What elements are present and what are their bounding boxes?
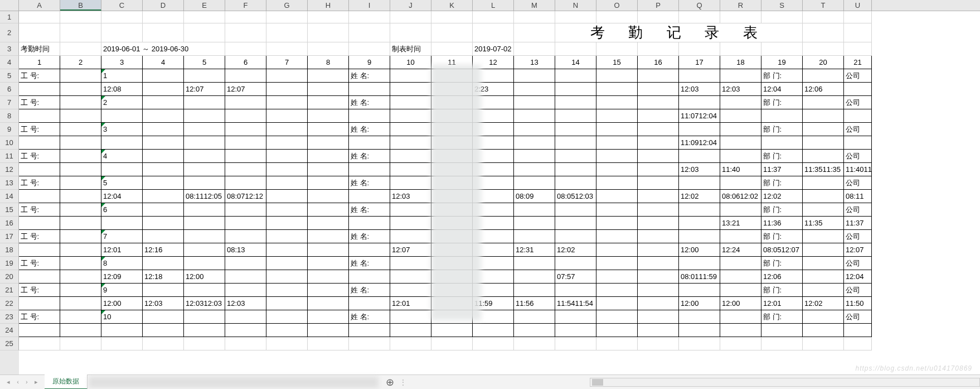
cell[interactable]: [679, 230, 720, 243]
cell[interactable]: [349, 23, 390, 42]
cell[interactable]: [184, 176, 225, 190]
cell[interactable]: [184, 230, 225, 243]
cell[interactable]: [555, 109, 596, 123]
cell[interactable]: [720, 11, 761, 23]
cell[interactable]: [266, 324, 308, 337]
cell[interactable]: [679, 217, 720, 230]
time-cell[interactable]: 12:02: [679, 190, 720, 203]
time-cell[interactable]: 11:3511:35: [803, 163, 844, 176]
time-cell[interactable]: 12:04: [761, 83, 803, 96]
time-cell[interactable]: 12:08: [101, 83, 143, 96]
cell[interactable]: [349, 324, 390, 337]
time-cell[interactable]: 12:02: [803, 297, 844, 310]
cell[interactable]: [225, 257, 266, 270]
cell[interactable]: [555, 11, 596, 23]
cell[interactable]: [390, 257, 431, 270]
cell[interactable]: [720, 310, 761, 324]
cell[interactable]: [596, 69, 638, 83]
day-header-12[interactable]: 12: [473, 56, 514, 69]
cell[interactable]: [143, 257, 184, 270]
cell[interactable]: [514, 230, 555, 243]
emp-no-value[interactable]: 5: [101, 176, 143, 190]
column-header-O[interactable]: O: [596, 0, 638, 11]
cell[interactable]: [679, 42, 720, 56]
time-cell[interactable]: 12:07: [390, 243, 431, 257]
cell[interactable]: [19, 217, 60, 230]
time-cell[interactable]: 12:03: [143, 297, 184, 310]
cell[interactable]: [803, 123, 844, 136]
cell[interactable]: [60, 83, 101, 96]
time-cell[interactable]: 12:00: [101, 297, 143, 310]
cell[interactable]: [638, 69, 679, 83]
column-header-E[interactable]: E: [184, 0, 225, 11]
cell[interactable]: [803, 190, 844, 203]
dept-label[interactable]: 部 门:: [761, 176, 803, 190]
scrollbar-thumb[interactable]: [592, 379, 603, 386]
company-value[interactable]: 公司: [844, 123, 872, 136]
cell[interactable]: [143, 96, 184, 109]
day-header-15[interactable]: 15: [596, 56, 638, 69]
column-header-T[interactable]: T: [803, 0, 844, 11]
cell[interactable]: [431, 217, 473, 230]
cell[interactable]: [514, 123, 555, 136]
cell[interactable]: [60, 230, 101, 243]
cell[interactable]: [225, 96, 266, 109]
tab-split-handle[interactable]: ⋮: [400, 378, 407, 386]
time-cell[interactable]: 11:56: [514, 297, 555, 310]
cell[interactable]: [844, 11, 872, 23]
cell[interactable]: [143, 217, 184, 230]
cell[interactable]: [308, 163, 349, 176]
cell[interactable]: [431, 310, 473, 324]
cell[interactable]: [143, 310, 184, 324]
time-cell[interactable]: 08:11: [844, 190, 872, 203]
cell[interactable]: [473, 96, 514, 109]
emp-no-label[interactable]: 工 号:: [19, 96, 60, 109]
cell[interactable]: [638, 109, 679, 123]
time-cell[interactable]: 12:24: [720, 243, 761, 257]
time-cell[interactable]: 12:09: [101, 270, 143, 284]
cell[interactable]: [431, 190, 473, 203]
cell[interactable]: [431, 150, 473, 163]
cell[interactable]: [638, 230, 679, 243]
cell[interactable]: [349, 109, 390, 123]
cell[interactable]: [555, 324, 596, 337]
row-header-11[interactable]: 11: [0, 150, 19, 163]
cell[interactable]: [225, 217, 266, 230]
cell[interactable]: [638, 203, 679, 217]
cell[interactable]: [143, 203, 184, 217]
cell[interactable]: [803, 11, 844, 23]
cell[interactable]: [225, 324, 266, 337]
cell[interactable]: [349, 42, 390, 56]
cell[interactable]: [473, 310, 514, 324]
cell[interactable]: [184, 109, 225, 123]
time-cell[interactable]: 12:06: [761, 270, 803, 284]
name-label[interactable]: 姓 名:: [349, 230, 390, 243]
day-header-6[interactable]: 6: [225, 56, 266, 69]
cell[interactable]: [803, 69, 844, 83]
cell[interactable]: [308, 337, 349, 350]
name-label[interactable]: 姓 名:: [349, 284, 390, 297]
cell[interactable]: [60, 42, 101, 56]
cell[interactable]: [720, 284, 761, 297]
time-cell[interactable]: 12:06: [803, 83, 844, 96]
cell[interactable]: [596, 163, 638, 176]
time-cell[interactable]: 11:37: [844, 217, 872, 230]
emp-no-label[interactable]: 工 号:: [19, 230, 60, 243]
cell[interactable]: [803, 42, 844, 56]
row-header-16[interactable]: 16: [0, 217, 19, 230]
cell[interactable]: [596, 297, 638, 310]
emp-no-label[interactable]: 工 号:: [19, 310, 60, 324]
cell[interactable]: [803, 270, 844, 284]
cell[interactable]: [266, 109, 308, 123]
row-header-18[interactable]: 18: [0, 243, 19, 257]
cell[interactable]: [60, 297, 101, 310]
cell[interactable]: [184, 324, 225, 337]
cell[interactable]: [390, 270, 431, 284]
cell[interactable]: [60, 163, 101, 176]
column-header-I[interactable]: I: [349, 0, 390, 11]
cell[interactable]: [60, 109, 101, 123]
cell[interactable]: [19, 270, 60, 284]
cell[interactable]: [308, 190, 349, 203]
cell[interactable]: [390, 123, 431, 136]
cell[interactable]: [431, 136, 473, 150]
